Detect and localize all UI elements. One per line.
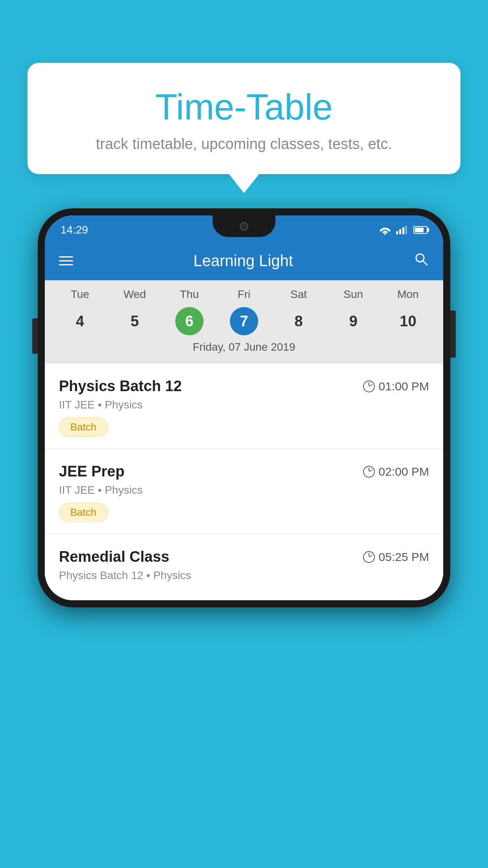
weekday-mon: Mon (381, 288, 435, 301)
schedule-item-2[interactable]: JEE Prep 02:00 PM IIT JEE • Physics Batc… (45, 449, 443, 534)
schedule-time-2: 02:00 PM (363, 465, 429, 478)
weekday-thu: Thu (162, 288, 216, 301)
selected-date-label: Friday, 07 June 2019 (45, 341, 443, 360)
batch-tag-2: Batch (59, 503, 108, 522)
info-bubble-card: Time-Table track timetable, upcoming cla… (28, 63, 460, 174)
schedule-subtitle-1: IIT JEE • Physics (59, 399, 429, 411)
dates-row: 4 5 6 7 8 9 10 (45, 307, 443, 335)
search-button[interactable] (413, 251, 429, 270)
phone-mockup: 14:29 (38, 208, 450, 607)
date-7[interactable]: 7 (216, 307, 271, 335)
calendar-section: Tue Wed Thu Fri Sat Sun Mon 4 5 6 7 (45, 280, 443, 364)
schedule-title-3: Remedial Class (59, 548, 169, 565)
schedule-item-2-header: JEE Prep 02:00 PM (59, 463, 429, 480)
phone-inner: 14:29 (45, 215, 443, 600)
clock-icon-1 (363, 381, 375, 392)
schedule-time-label-2: 02:00 PM (379, 465, 429, 478)
weekday-tue: Tue (53, 288, 107, 301)
svg-rect-4 (405, 226, 407, 234)
schedule-time-label-1: 01:00 PM (379, 380, 429, 393)
date-8[interactable]: 8 (272, 307, 326, 335)
app-bar-title: Learning Light (85, 252, 402, 270)
weekdays-row: Tue Wed Thu Fri Sat Sun Mon (45, 288, 443, 301)
svg-line-6 (423, 261, 427, 265)
schedule-item-3[interactable]: Remedial Class 05:25 PM Physics Batch 12… (45, 534, 443, 600)
batch-tag-1: Batch (59, 417, 108, 437)
phone-notch (213, 215, 275, 237)
status-time: 14:29 (61, 224, 88, 236)
svg-rect-1 (396, 231, 398, 234)
schedule-list: Physics Batch 12 01:00 PM IIT JEE • Phys… (45, 364, 443, 600)
schedule-item-1[interactable]: Physics Batch 12 01:00 PM IIT JEE • Phys… (45, 364, 443, 449)
schedule-item-3-header: Remedial Class 05:25 PM (59, 548, 429, 565)
weekday-fri: Fri (216, 288, 271, 301)
schedule-time-3: 05:25 PM (363, 550, 429, 564)
clock-icon-3 (363, 551, 375, 563)
signal-icon (396, 226, 407, 234)
schedule-time-1: 01:00 PM (363, 380, 429, 393)
weekday-sun: Sun (326, 288, 381, 301)
hamburger-menu-icon[interactable] (59, 256, 73, 265)
schedule-subtitle-2: IIT JEE • Physics (59, 484, 429, 497)
phone-outer: 14:29 (38, 208, 450, 607)
phone-camera (240, 222, 248, 231)
schedule-subtitle-3: Physics Batch 12 • Physics (59, 569, 429, 582)
wifi-icon (379, 225, 391, 235)
schedule-item-1-header: Physics Batch 12 01:00 PM (59, 378, 429, 395)
date-10[interactable]: 10 (381, 307, 435, 335)
date-6[interactable]: 6 (162, 307, 216, 335)
bubble-subtitle: track timetable, upcoming classes, tests… (51, 136, 437, 153)
date-9[interactable]: 9 (326, 307, 381, 335)
weekday-wed: Wed (107, 288, 162, 301)
date-5[interactable]: 5 (107, 307, 162, 335)
date-4[interactable]: 4 (53, 307, 107, 335)
bubble-title: Time-Table (51, 86, 437, 128)
schedule-title-2: JEE Prep (59, 463, 125, 480)
schedule-title-1: Physics Batch 12 (59, 378, 182, 395)
app-bar: Learning Light (45, 241, 443, 280)
battery-icon (413, 226, 427, 234)
schedule-time-label-3: 05:25 PM (379, 550, 429, 564)
svg-rect-3 (402, 227, 404, 234)
clock-icon-2 (363, 466, 375, 478)
status-icons (379, 225, 427, 235)
weekday-sat: Sat (272, 288, 326, 301)
svg-rect-2 (399, 229, 401, 234)
svg-point-0 (384, 233, 386, 235)
